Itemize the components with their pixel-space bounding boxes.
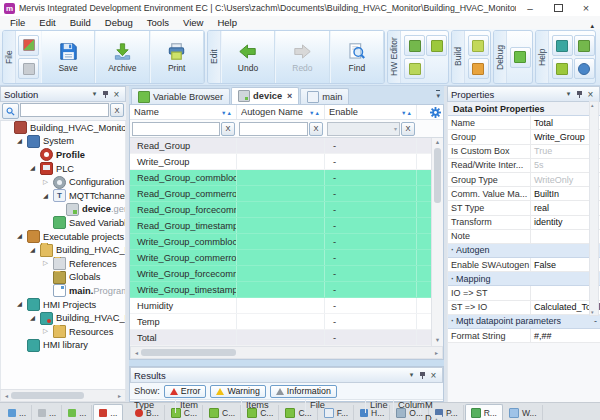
menu-item[interactable]: Tools <box>140 17 176 28</box>
pin-icon[interactable] <box>417 370 428 381</box>
property-item[interactable]: Mapping - <box>448 272 600 286</box>
grid-horizontal-scrollbar[interactable]: ◂ ▸ <box>130 346 443 359</box>
scroll-left-icon[interactable]: ◂ <box>2 392 11 399</box>
table-row[interactable]: Read_Group_timestamp - <box>130 218 431 234</box>
clear-name-filter-button[interactable]: X <box>221 122 235 136</box>
table-row[interactable]: Read_Group - <box>130 138 431 154</box>
expander-icon[interactable] <box>17 301 27 308</box>
build-compile-button[interactable] <box>468 35 489 56</box>
scrollbar-thumb[interactable] <box>434 148 441 203</box>
property-item[interactable]: Transform identity <box>448 216 600 230</box>
property-item[interactable]: Enable SWAutogen False <box>448 258 600 272</box>
pin-icon[interactable] <box>574 89 585 100</box>
results-filter-button[interactable]: Warning <box>210 385 265 398</box>
table-row[interactable]: Write_Group - <box>130 154 431 170</box>
open-solution-button[interactable] <box>18 58 39 79</box>
settings-gear-icon[interactable] <box>430 107 441 118</box>
sort-icons[interactable] <box>309 107 320 117</box>
scroll-right-icon[interactable]: ▸ <box>432 349 441 356</box>
tree-item[interactable]: System <box>1 135 125 149</box>
close-panel-icon[interactable] <box>428 370 439 381</box>
tree-item[interactable]: Saved Variables <box>1 216 125 230</box>
find-button[interactable]: Find <box>330 31 384 83</box>
property-item[interactable]: Group Write_Group <box>448 130 600 144</box>
scroll-left-icon[interactable]: ◂ <box>132 349 141 356</box>
property-item[interactable]: ST => IO Calculated_Total <box>448 301 600 315</box>
expander-icon[interactable] <box>43 179 53 186</box>
tree-item[interactable]: Globals <box>1 271 125 285</box>
property-item[interactable]: Read/Write Inter... 5s <box>448 159 600 173</box>
property-item[interactable]: ST Type real <box>448 201 600 215</box>
sort-icons[interactable] <box>221 107 232 117</box>
table-row[interactable]: Read_Group_commblock - <box>130 170 431 186</box>
dock-tab[interactable]: ... <box>3 405 32 420</box>
autogen-filter-input[interactable] <box>239 122 308 136</box>
tree-item[interactable]: Building_HVAC_Monitor <box>1 311 125 325</box>
search-icon[interactable] <box>2 103 19 119</box>
dock-tab[interactable]: ... <box>33 405 62 420</box>
property-item[interactable]: Note <box>448 230 600 244</box>
panel-menu-icon[interactable] <box>563 89 574 100</box>
grid-vertical-scrollbar[interactable]: ▲ ▼ <box>431 138 443 346</box>
maximize-button[interactable] <box>544 0 572 16</box>
help-update-button[interactable] <box>574 35 595 56</box>
results-column-header[interactable]: Colum <box>394 400 421 413</box>
property-item[interactable]: Comm. Value Ma... BuiltIn <box>448 187 600 201</box>
expander-icon[interactable] <box>17 233 27 240</box>
solution-search-input[interactable] <box>20 103 109 117</box>
column-header-enable[interactable]: Enable <box>325 105 417 119</box>
expander-icon[interactable] <box>30 165 40 172</box>
name-filter-input[interactable] <box>132 122 220 136</box>
results-filter-button[interactable]: Information <box>270 385 337 398</box>
expander-icon[interactable] <box>30 247 40 254</box>
tree-item[interactable]: References <box>1 257 125 271</box>
clear-search-button[interactable]: X <box>110 103 124 117</box>
dock-tab[interactable]: ... <box>63 405 92 420</box>
expander-icon[interactable] <box>43 328 53 335</box>
expander-icon[interactable] <box>17 138 27 145</box>
results-vertical-scrollbar[interactable] <box>431 415 442 417</box>
tab-overflow-icon[interactable] <box>436 90 440 99</box>
menu-item[interactable]: Help <box>210 17 244 28</box>
property-item[interactable]: Data Point Properties - <box>448 102 600 116</box>
dock-tab[interactable]: R... <box>465 404 503 420</box>
expander-icon[interactable] <box>30 315 40 322</box>
panel-menu-icon[interactable] <box>406 370 417 381</box>
table-row[interactable]: Read_Group_forcecomm - <box>130 202 431 218</box>
results-column-header[interactable]: File <box>306 400 366 413</box>
tree-item[interactable]: device.gener... <box>1 203 125 217</box>
tree-item[interactable]: PLC <box>1 162 125 176</box>
property-item[interactable]: Format String #,## <box>448 329 600 343</box>
menu-item[interactable]: View <box>176 17 210 28</box>
close-button[interactable] <box>572 0 600 16</box>
tree-item[interactable]: Configuration <box>1 175 125 189</box>
build-deploy-button[interactable] <box>468 58 489 79</box>
undo-button[interactable]: Undo <box>221 31 275 83</box>
tree-item[interactable]: MQTTchannel <box>1 189 125 203</box>
table-row[interactable]: Write_Group_forcecomm - <box>130 266 431 282</box>
tree-item[interactable]: Building_HVAC_Monitor <box>1 121 125 135</box>
table-row[interactable]: Write_Group_commerror - <box>130 250 431 266</box>
print-button[interactable]: Print <box>150 31 204 83</box>
save-button[interactable]: Save <box>41 31 95 83</box>
dock-tab[interactable]: ... <box>93 404 123 420</box>
enable-filter-select[interactable] <box>327 122 400 136</box>
help-about-button[interactable] <box>574 58 595 79</box>
panel-menu-icon[interactable] <box>89 89 100 100</box>
properties-vertical-scrollbar[interactable] <box>589 101 599 316</box>
results-column-header[interactable]: M D <box>421 400 439 413</box>
tree-item[interactable]: Profile <box>1 148 125 162</box>
tree-item[interactable]: HMI Projects <box>1 298 125 312</box>
scroll-up-icon[interactable]: ▲ <box>435 139 440 147</box>
sort-icons[interactable] <box>401 107 412 117</box>
property-item[interactable]: Is Custom Box True <box>448 145 600 159</box>
clear-autogen-filter-button[interactable]: X <box>309 122 323 136</box>
minimize-button[interactable] <box>516 0 544 16</box>
hw-cut-button[interactable] <box>404 58 425 79</box>
help-report-bug-button[interactable] <box>552 58 573 79</box>
tree-item[interactable]: main.Program.fb... <box>1 284 125 298</box>
results-filter-button[interactable]: Error <box>164 385 207 398</box>
help-learn-button[interactable] <box>552 35 573 56</box>
redo-button[interactable]: Redo <box>275 31 329 83</box>
property-item[interactable]: Group Type WriteOnly <box>448 173 600 187</box>
